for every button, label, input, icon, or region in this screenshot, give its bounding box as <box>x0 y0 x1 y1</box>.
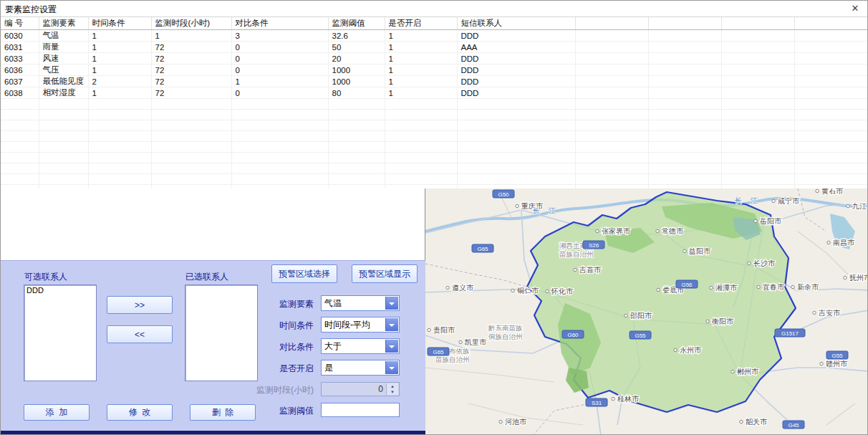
map-label: 九江市 <box>852 202 868 210</box>
city-dot <box>612 397 614 400</box>
table-cell: 1 <box>385 30 457 42</box>
map-panel[interactable]: 重庆市咸宁市黄石市九江市南昌市抚州市宜春市新余市吉安市赣州市韶关市桂林市河池市贵… <box>425 188 868 435</box>
table-cell: 6031 <box>1 42 39 53</box>
chevron-down-icon[interactable] <box>385 340 398 353</box>
spinner-arrows-icon[interactable]: ▲▼ <box>386 383 398 395</box>
table-row[interactable]: 6037最低能见度272110001DDD <box>1 76 868 87</box>
table-cell <box>721 87 794 99</box>
empty-table-row <box>1 142 868 153</box>
route-badge-label: S31 <box>592 400 602 406</box>
table-row[interactable]: 6036气压172010001DDD <box>1 64 868 76</box>
city-dot <box>816 189 819 192</box>
compare-condition-value: 大于 <box>324 339 385 353</box>
map-label: 黄石市 <box>821 188 844 195</box>
table-cell: 1 <box>88 87 151 99</box>
column-header: 对比条件 <box>231 17 328 30</box>
city-dot <box>820 362 823 365</box>
move-left-button[interactable]: << <box>107 325 173 343</box>
table-cell <box>575 64 648 76</box>
table-cell: 0 <box>231 53 328 64</box>
add-button[interactable]: 添 加 <box>24 404 90 421</box>
empty-table-row <box>1 153 868 163</box>
selected-contacts-label: 已选联系人 <box>185 271 228 283</box>
table-cell: 72 <box>151 53 231 64</box>
city-dot <box>706 320 709 322</box>
table-cell: 1 <box>385 76 457 87</box>
city-dot <box>740 420 743 423</box>
city-dot <box>791 285 794 288</box>
city-dot <box>710 286 713 289</box>
move-right-button[interactable]: >> <box>107 296 173 314</box>
warning-area-show-button[interactable]: 预警区域显示 <box>352 264 418 283</box>
chevron-down-icon[interactable] <box>385 297 398 310</box>
column-header: 编 号 <box>1 17 39 30</box>
table-cell: 1 <box>151 30 231 42</box>
map-label: 黔东南苗族 <box>488 324 523 332</box>
enabled-select[interactable]: 是 <box>321 360 400 376</box>
map-label: 贵阳市 <box>433 326 455 334</box>
route-badge-label: G55 <box>831 353 843 359</box>
list-item[interactable]: DDD <box>24 285 96 295</box>
chevron-down-icon[interactable] <box>385 318 398 331</box>
empty-table-row <box>1 131 868 142</box>
table-cell: 雨量 <box>39 42 88 53</box>
modify-button[interactable]: 修 改 <box>107 404 173 421</box>
map-label: 怀化市 <box>551 287 574 295</box>
table-cell <box>794 64 868 76</box>
column-header <box>721 17 794 30</box>
table-cell: DDD <box>457 53 575 64</box>
map-label: 桂林市 <box>617 395 640 403</box>
table-cell: 1 <box>385 87 457 99</box>
map-label: 郴州市 <box>737 368 759 376</box>
table-cell: DDD <box>457 64 575 76</box>
table-cell: 72 <box>151 87 231 99</box>
time-condition-select[interactable]: 时间段-平均 <box>321 317 400 333</box>
map-label: 韶关市 <box>746 418 768 426</box>
table-cell: 80 <box>328 87 385 99</box>
map-label: 凯里市 <box>465 338 487 346</box>
table-row[interactable]: 6038相对湿度1720801DDD <box>1 87 868 99</box>
map-label: 赣州市 <box>826 360 848 368</box>
column-header: 时间条件 <box>88 17 151 30</box>
table-row[interactable]: 6031雨量1720501AAA <box>1 42 868 53</box>
map-label: 永州市 <box>680 346 702 354</box>
table-cell <box>721 53 794 64</box>
table-cell: DDD <box>457 87 575 99</box>
table-row[interactable]: 6030气温11332.61DDD <box>1 30 868 42</box>
table-cell: 气温 <box>39 30 88 42</box>
bottom-left-zone: 可选联系人 DDD 已选联系人 >> << 预警区域选择 预警区域显示 监测要素… <box>1 188 425 435</box>
time-condition-value: 时间段-平均 <box>324 317 385 332</box>
column-header <box>648 17 721 30</box>
route-badge-label: G60 <box>567 332 579 338</box>
city-dot <box>511 289 514 292</box>
map-label: 南昌市 <box>833 239 855 247</box>
empty-table-row <box>1 99 868 110</box>
element-monitoring-settings-window: 要素监控设置 ✕ 编 号监测要素时间条件监测时段(小时)对比条件监测阈值是否开启… <box>0 0 868 435</box>
city-dot <box>731 370 734 373</box>
delete-button[interactable]: 删 除 <box>190 404 256 421</box>
table-cell <box>648 42 721 53</box>
close-icon[interactable]: ✕ <box>849 2 862 15</box>
province-map[interactable]: 重庆市咸宁市黄石市九江市南昌市抚州市宜春市新余市吉安市赣州市韶关市桂林市河池市贵… <box>425 188 868 435</box>
table-cell <box>575 53 648 64</box>
warning-area-select-button[interactable]: 预警区域选择 <box>271 264 337 283</box>
map-label: 常德市 <box>662 227 684 235</box>
compare-condition-select[interactable]: 大于 <box>321 338 400 354</box>
table-cell: 6038 <box>1 87 39 99</box>
chevron-down-icon[interactable] <box>385 361 398 374</box>
route-badge-label: G56 <box>681 282 693 288</box>
element-select[interactable]: 气温 <box>321 295 400 311</box>
available-contacts-list[interactable]: DDD <box>24 285 97 381</box>
city-dot <box>748 262 751 264</box>
period-spinner[interactable]: 0 ▲▼ <box>321 382 400 396</box>
panel-bottom-strip <box>1 431 425 435</box>
table-row[interactable]: 6033风速1720201DDD <box>1 53 868 64</box>
table-cell: 72 <box>151 42 231 53</box>
table-cell: 最低能见度 <box>39 76 88 87</box>
empty-table-row <box>1 163 868 174</box>
route-badge-label: S26 <box>589 242 599 249</box>
column-header: 是否开启 <box>385 17 457 30</box>
threshold-input[interactable] <box>321 403 400 417</box>
table-cell: 72 <box>151 64 231 76</box>
city-dot <box>683 249 686 252</box>
